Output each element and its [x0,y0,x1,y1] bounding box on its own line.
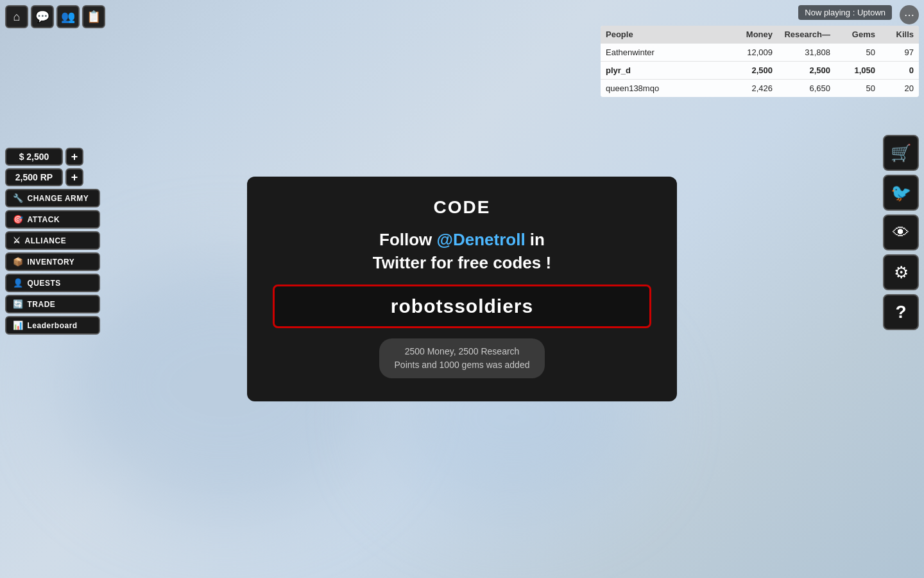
reward-line2: Points and 1000 gems was added [395,360,530,370]
modal-title: CODE [434,197,491,218]
modal-overlay: CODE Follow @Denetroll in Twitter for fr… [0,0,924,578]
follow-line2: Twitter for free codes ! [373,253,551,272]
reward-badge: 2500 Money, 2500 Research Points and 100… [379,338,545,378]
code-input[interactable] [273,285,651,328]
follow-prefix: Follow [379,230,437,249]
reward-line1: 2500 Money, 2500 Research [405,346,520,356]
modal-follow-text: Follow @Denetroll in Twitter for free co… [373,228,551,275]
follow-suffix: in [526,230,545,249]
code-modal: CODE Follow @Denetroll in Twitter for fr… [247,177,677,402]
twitter-handle: @Denetroll [437,230,526,249]
